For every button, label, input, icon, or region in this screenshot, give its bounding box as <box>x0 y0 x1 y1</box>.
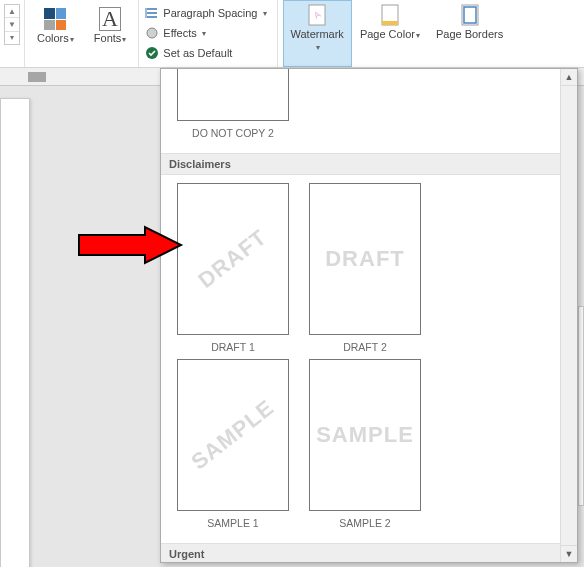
page-borders-label: Page Borders <box>436 28 503 40</box>
gallery-scrollbar[interactable]: ▲ ▼ <box>560 69 577 562</box>
watermark-thumb-label: DRAFT 1 <box>169 341 297 353</box>
colors-button[interactable]: Colors▾ <box>29 4 82 47</box>
watermark-thumb-label: DRAFT 2 <box>301 341 429 353</box>
paragraph-spacing-label: Paragraph Spacing <box>163 7 257 19</box>
effects-button[interactable]: Effects▾ <box>145 23 266 43</box>
page-borders-button[interactable]: Page Borders <box>428 0 511 67</box>
svg-point-0 <box>147 28 157 38</box>
set-default-label: Set as Default <box>163 47 232 59</box>
paragraph-spacing-button[interactable]: Paragraph Spacing▾ <box>145 3 266 23</box>
checkmark-icon <box>145 46 159 60</box>
watermark-thumb-label: SAMPLE 2 <box>301 517 429 529</box>
theme-gallery-spinner[interactable]: ▲ ▼ ▾ <box>4 4 20 45</box>
ribbon: ▲ ▼ ▾ Colors▾ A Fonts▾ Paragraph Spacing… <box>0 0 584 68</box>
watermark-label: Watermark <box>291 28 344 40</box>
watermark-option-draft2[interactable]: DRAFT DRAFT 2 <box>301 183 429 353</box>
watermark-thumb-label: SAMPLE 1 <box>169 517 297 529</box>
disclaimers-row: DRAFT DRAFT 1 DRAFT DRAFT 2 SAMPLE SAMPL… <box>161 175 560 543</box>
chevron-down-icon[interactable]: ▼ <box>5 18 19 31</box>
watermark-text: SAMPLE <box>316 422 414 448</box>
watermark-text: DRAFT <box>325 246 405 272</box>
watermark-option-sample2[interactable]: SAMPLE SAMPLE 2 <box>301 359 429 529</box>
scroll-down-arrow-icon[interactable]: ▼ <box>561 545 577 562</box>
watermark-option-sample1[interactable]: SAMPLE SAMPLE 1 <box>169 359 297 529</box>
watermark-thumb <box>177 69 289 121</box>
document-formatting-group: Paragraph Spacing▾ Effects▾ Set as Defau… <box>139 0 277 67</box>
fonts-label: Fonts <box>94 32 122 44</box>
gallery-more-icon[interactable]: ▾ <box>5 32 19 44</box>
fonts-button[interactable]: A Fonts▾ <box>86 4 135 47</box>
effects-label: Effects <box>163 27 196 39</box>
annotation-arrow-icon <box>75 225 185 265</box>
colors-label: Colors <box>37 32 69 44</box>
watermark-gallery-dropdown: DO NOT COPY 2 Disclaimers DRAFT DRAFT 1 … <box>160 68 578 563</box>
page-color-button[interactable]: Page Color▾ <box>352 0 428 67</box>
document-page-right-edge <box>578 306 584 506</box>
paragraph-spacing-icon <box>145 6 159 20</box>
watermark-thumb-label: DO NOT COPY 2 <box>169 127 297 139</box>
fonts-icon: A <box>98 7 122 31</box>
svg-marker-8 <box>79 227 181 263</box>
page-color-label: Page Color <box>360 28 415 40</box>
watermark-option[interactable]: DO NOT COPY 2 <box>169 69 297 139</box>
watermark-button[interactable]: A Watermark▾ <box>283 0 352 67</box>
theme-gallery-group: ▲ ▼ ▾ <box>0 0 25 67</box>
section-header-disclaimers: Disclaimers <box>161 153 560 175</box>
page-color-icon <box>378 3 402 27</box>
watermark-icon: A <box>305 3 329 27</box>
watermark-option-draft1[interactable]: DRAFT DRAFT 1 <box>169 183 297 353</box>
chevron-up-icon[interactable]: ▲ <box>5 5 19 18</box>
colors-icon <box>43 7 67 31</box>
section-header-urgent: Urgent <box>161 543 560 562</box>
watermark-text: DRAFT <box>194 224 273 293</box>
page-borders-icon <box>458 3 482 27</box>
document-page-left-edge <box>0 98 30 567</box>
theme-colors-fonts-group: Colors▾ A Fonts▾ <box>25 0 139 67</box>
watermark-text: SAMPLE <box>187 395 280 476</box>
effects-icon <box>145 26 159 40</box>
page-background-group: A Watermark▾ Page Color▾ Page Borders <box>278 0 517 67</box>
scroll-up-arrow-icon[interactable]: ▲ <box>561 69 577 86</box>
gallery-content: DO NOT COPY 2 Disclaimers DRAFT DRAFT 1 … <box>161 69 560 562</box>
set-default-button[interactable]: Set as Default <box>145 43 266 63</box>
svg-rect-5 <box>382 21 398 25</box>
gallery-partial-top-row: DO NOT COPY 2 <box>161 69 560 153</box>
